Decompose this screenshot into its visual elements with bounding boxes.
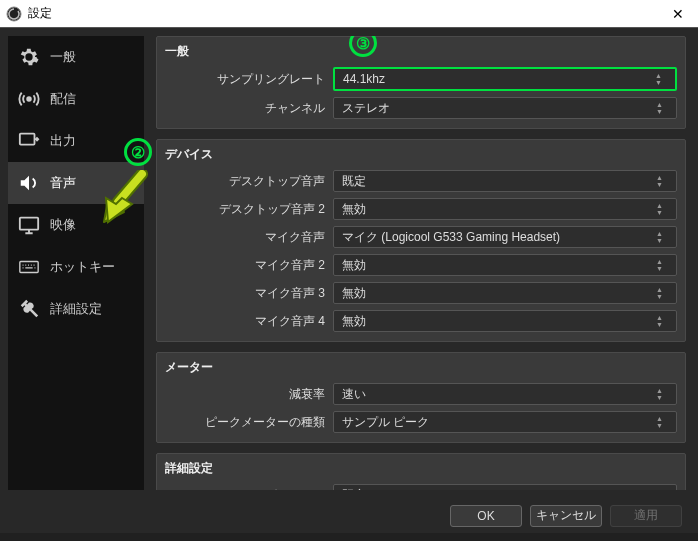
select-value: 無効 (342, 285, 366, 302)
titlebar: 設定 ✕ (0, 0, 698, 28)
svg-point-1 (27, 97, 31, 101)
select-value: 無効 (342, 313, 366, 330)
sidebar-item-output[interactable]: 出力 (8, 120, 144, 162)
gear-icon (18, 46, 40, 68)
stepper-icon: ▲▼ (656, 258, 668, 272)
cancel-button[interactable]: キャンセル (530, 505, 602, 527)
select-value: 既定 (342, 173, 366, 190)
sidebar-item-label: 一般 (50, 48, 76, 66)
mic-audio3-select[interactable]: 無効▲▼ (333, 282, 677, 304)
monitoring-label: モニタリングデバイス (165, 487, 325, 491)
sidebar-item-advanced[interactable]: 詳細設定 (8, 288, 144, 330)
mic-audio3-label: マイク音声 3 (165, 285, 325, 302)
monitor-icon (18, 214, 40, 236)
select-value: マイク (Logicool G533 Gaming Headset) (342, 229, 560, 246)
group-title: 一般 (157, 37, 685, 64)
desktop-audio-label: デスクトップ音声 (165, 173, 325, 190)
sidebar-item-hotkeys[interactable]: ホットキー (8, 246, 144, 288)
stepper-icon: ▲▼ (656, 488, 668, 490)
desktop-audio-select[interactable]: 既定▲▼ (333, 170, 677, 192)
select-value: 既定 (342, 487, 366, 491)
sample-rate-select[interactable]: 44.1khz ▲▼ (333, 67, 677, 91)
desktop-audio2-select[interactable]: 無効▲▼ (333, 198, 677, 220)
sidebar-item-label: ホットキー (50, 258, 115, 276)
mic-audio-label: マイク音声 (165, 229, 325, 246)
sidebar-item-label: 配信 (50, 90, 76, 108)
sidebar-item-video[interactable]: 映像 (8, 204, 144, 246)
mic-audio2-label: マイク音声 2 (165, 257, 325, 274)
speaker-icon (18, 172, 40, 194)
group-devices: デバイス デスクトップ音声 既定▲▼ デスクトップ音声 2 無効▲▼ マイク音声… (156, 139, 686, 342)
output-icon (18, 130, 40, 152)
sidebar-item-label: 詳細設定 (50, 300, 102, 318)
window-close-button[interactable]: ✕ (664, 4, 692, 24)
obs-logo-icon (6, 6, 22, 22)
keyboard-icon (18, 256, 40, 278)
decay-rate-label: 減衰率 (165, 386, 325, 403)
sidebar-item-label: 出力 (50, 132, 76, 150)
select-value: 速い (342, 386, 366, 403)
mic-audio-select[interactable]: マイク (Logicool G533 Gaming Headset)▲▼ (333, 226, 677, 248)
sidebar-item-audio[interactable]: 音声 (8, 162, 144, 204)
footer: OK キャンセル 適用 (0, 498, 698, 533)
select-value: 無効 (342, 257, 366, 274)
decay-rate-select[interactable]: 速い▲▼ (333, 383, 677, 405)
ok-button[interactable]: OK (450, 505, 522, 527)
broadcast-icon (18, 88, 40, 110)
channels-label: チャンネル (165, 100, 325, 117)
apply-button[interactable]: 適用 (610, 505, 682, 527)
sidebar-item-label: 映像 (50, 216, 76, 234)
desktop-audio2-label: デスクトップ音声 2 (165, 201, 325, 218)
select-value: サンプル ピーク (342, 414, 429, 431)
group-title: 詳細設定 (157, 454, 685, 481)
mic-audio2-select[interactable]: 無効▲▼ (333, 254, 677, 276)
settings-content: ③ 一般 サンプリングレート 44.1khz ▲▼ チャンネル ステレオ ▲▼ … (152, 36, 690, 490)
stepper-icon: ▲▼ (656, 387, 668, 401)
monitoring-select[interactable]: 既定▲▼ (333, 484, 677, 490)
group-title: デバイス (157, 140, 685, 167)
tools-icon (18, 298, 40, 320)
stepper-icon: ▲▼ (656, 101, 668, 115)
select-value: ステレオ (342, 100, 390, 117)
peak-type-select[interactable]: サンプル ピーク▲▼ (333, 411, 677, 433)
stepper-icon: ▲▼ (656, 286, 668, 300)
window-title: 設定 (28, 5, 52, 22)
select-value: 44.1khz (343, 72, 385, 86)
stepper-icon: ▲▼ (656, 174, 668, 188)
stepper-icon: ▲▼ (655, 72, 667, 86)
stepper-icon: ▲▼ (656, 415, 668, 429)
sidebar-item-general[interactable]: 一般 (8, 36, 144, 78)
sidebar: 一般 配信 出力 音声 映像 ホットキー 詳細設定 ② (8, 36, 144, 490)
sidebar-item-label: 音声 (50, 174, 76, 192)
stepper-icon: ▲▼ (656, 230, 668, 244)
sample-rate-label: サンプリングレート (165, 71, 325, 88)
stepper-icon: ▲▼ (656, 202, 668, 216)
peak-type-label: ピークメーターの種類 (165, 414, 325, 431)
mic-audio4-select[interactable]: 無効▲▼ (333, 310, 677, 332)
svg-rect-4 (20, 262, 38, 273)
mic-audio4-label: マイク音声 4 (165, 313, 325, 330)
group-title: メーター (157, 353, 685, 380)
group-meter: メーター 減衰率 速い▲▼ ピークメーターの種類 サンプル ピーク▲▼ (156, 352, 686, 443)
group-general: ③ 一般 サンプリングレート 44.1khz ▲▼ チャンネル ステレオ ▲▼ (156, 36, 686, 129)
sidebar-item-stream[interactable]: 配信 (8, 78, 144, 120)
select-value: 無効 (342, 201, 366, 218)
svg-rect-2 (20, 134, 35, 145)
stepper-icon: ▲▼ (656, 314, 668, 328)
svg-rect-3 (20, 218, 38, 230)
channels-select[interactable]: ステレオ ▲▼ (333, 97, 677, 119)
group-advanced: 詳細設定 モニタリングデバイス 既定▲▼ (156, 453, 686, 490)
